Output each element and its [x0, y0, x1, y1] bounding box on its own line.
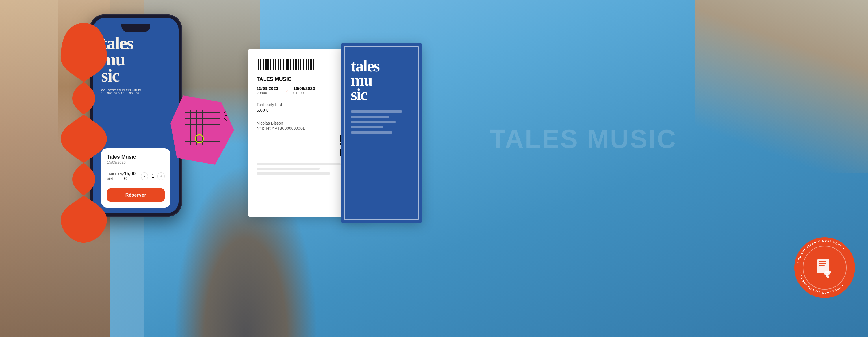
svg-rect-93: [819, 261, 826, 262]
svg-rect-27: [277, 59, 277, 70]
reserve-button[interactable]: Réserver: [107, 188, 165, 202]
blue-line-2: [351, 116, 389, 118]
svg-rect-34: [288, 59, 289, 70]
svg-rect-43: [303, 59, 304, 70]
svg-rect-29: [280, 59, 281, 70]
orange-wave-shape: [58, 23, 110, 243]
svg-rect-48: [311, 59, 312, 70]
phone-price: 15,00 €: [124, 171, 137, 182]
tales-music-bg-text: TALES MUSIC: [490, 124, 677, 154]
grey-line-3: [256, 172, 330, 175]
blue-card-grey-lines: [351, 111, 415, 133]
blue-line-1: [351, 111, 402, 113]
ticket-start-time: 20h00: [256, 91, 278, 95]
svg-rect-37: [293, 59, 294, 70]
svg-rect-42: [302, 59, 302, 70]
ticket-end-time: 01h00: [293, 91, 315, 95]
blue-card-title: tales mu sic: [351, 59, 415, 102]
svg-rect-18: [262, 59, 262, 70]
phone-qty-controls[interactable]: 15,00 € - 1 +: [124, 171, 165, 182]
svg-rect-36: [291, 59, 292, 70]
phone-app-title: tales mu sic: [101, 35, 170, 84]
svg-rect-16: [258, 59, 259, 70]
svg-rect-47: [310, 59, 311, 70]
svg-rect-95: [819, 265, 825, 266]
ticket-end-date: 16/09/2023: [293, 86, 315, 91]
svg-rect-23: [270, 59, 271, 70]
phone-booking-card: Tales Music 15/09/2023 Tarif Early bird …: [101, 148, 170, 208]
barcode-svg: [256, 57, 314, 72]
svg-rect-31: [283, 59, 284, 70]
svg-rect-45: [306, 59, 307, 70]
svg-rect-22: [269, 59, 269, 70]
phone-qty-plus[interactable]: +: [157, 172, 165, 180]
svg-rect-25: [273, 59, 274, 70]
svg-rect-46: [308, 59, 309, 70]
ticket-start-date: 15/09/2023: [256, 86, 278, 91]
phone-notch: [121, 24, 150, 32]
svg-rect-21: [267, 59, 268, 70]
blue-line-3: [351, 121, 396, 123]
svg-rect-44: [305, 59, 305, 70]
svg-rect-15: [256, 59, 257, 70]
phone-subtitle: CONCERT EN PLEIN AIR DU15/09/2023 AU 16/…: [101, 89, 170, 94]
svg-rect-28: [278, 59, 279, 70]
svg-rect-38: [295, 59, 296, 70]
svg-rect-26: [275, 59, 276, 70]
svg-rect-30: [282, 59, 282, 70]
grey-line-1: [256, 163, 341, 165]
phone-qty-minus[interactable]: -: [141, 172, 148, 180]
svg-rect-17: [260, 59, 261, 70]
phone-tarif-row: Tarif Early bird 15,00 € - 1 +: [107, 171, 165, 182]
svg-rect-49: [313, 59, 314, 70]
svg-rect-19: [263, 59, 264, 70]
svg-rect-33: [286, 59, 287, 70]
svg-rect-32: [285, 59, 285, 70]
svg-rect-94: [819, 263, 826, 264]
ticket-blue-card: tales mu sic: [341, 43, 422, 222]
stamp-svg: • du sur-mesure pour vous • • du sur-mes…: [793, 236, 857, 300]
svg-rect-40: [298, 59, 299, 70]
ticket-start-date-block: 15/09/2023 20h00: [256, 86, 278, 95]
phone-qty-value: 1: [151, 174, 154, 179]
svg-rect-24: [272, 59, 272, 70]
card-divider-1: [107, 168, 165, 168]
svg-rect-35: [290, 59, 291, 70]
svg-rect-20: [265, 59, 266, 70]
grey-line-2: [256, 167, 319, 170]
right-person-bg: [694, 0, 868, 174]
svg-rect-39: [297, 59, 297, 70]
ticket-end-date-block: 16/09/2023 01h00: [293, 86, 315, 95]
phone-event-date: 15/09/2023: [107, 160, 165, 164]
orange-stamp-badge: • du sur-mesure pour vous • • du sur-mes…: [793, 236, 851, 294]
blue-line-5: [351, 131, 393, 133]
blue-line-4: [351, 126, 383, 128]
phone-event-name: Tales Music: [107, 154, 165, 160]
ticket-arrow-icon: →: [283, 87, 289, 94]
svg-rect-41: [300, 59, 301, 70]
